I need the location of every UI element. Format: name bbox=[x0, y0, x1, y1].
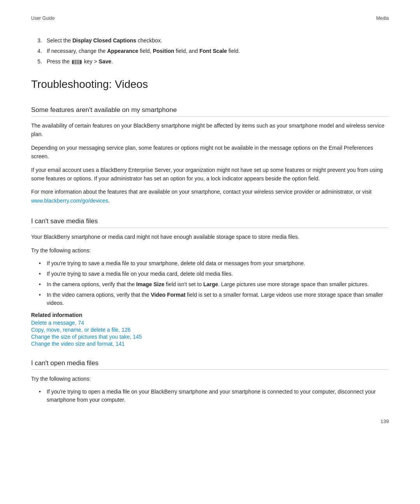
related-link-4: Change the video size and format, 141 bbox=[31, 341, 389, 347]
step-5-content: Press the key > Save. bbox=[47, 58, 389, 66]
step-3: 3. Select the Display Closed Captions ch… bbox=[31, 37, 389, 45]
related-links-list: Delete a message, 74 Copy, move, rename,… bbox=[31, 320, 389, 347]
subsection1-title: Some features aren't available on my sma… bbox=[31, 106, 389, 117]
bullet-2-4-bold1: Video Format bbox=[151, 292, 186, 298]
key-dot-5 bbox=[76, 62, 78, 64]
key-dot-6 bbox=[78, 62, 80, 64]
bullet-2-1: If you're trying to save a media file to… bbox=[39, 259, 389, 268]
bullet-3-1: If you're trying to open a media file on… bbox=[39, 388, 389, 404]
step-4: 4. If necessary, change the Appearance f… bbox=[31, 47, 389, 55]
subsection1-para4-text: For more information about the features … bbox=[31, 189, 371, 195]
key-icon-inner bbox=[74, 60, 80, 64]
subsection1-para4: For more information about the features … bbox=[31, 187, 389, 205]
numbered-steps-list: 3. Select the Display Closed Captions ch… bbox=[31, 37, 389, 66]
bullet-2-4: In the video camera options, verify that… bbox=[39, 291, 389, 307]
header-left: User Guide bbox=[31, 16, 55, 21]
related-info-label: Related information bbox=[31, 312, 389, 318]
key-dot-1 bbox=[74, 60, 75, 62]
related-link-1-anchor[interactable]: Delete a message, 74 bbox=[31, 320, 84, 326]
subsection1-para1: The availability of certain features on … bbox=[31, 121, 389, 139]
subsection1-para3: If your email account uses a BlackBerry … bbox=[31, 166, 389, 183]
related-link-3-anchor[interactable]: Change the size of pictures that you tak… bbox=[31, 334, 142, 340]
subsection3-try-label: Try the following actions: bbox=[31, 374, 389, 383]
related-link-2-anchor[interactable]: Copy, move, rename, or delete a file, 12… bbox=[31, 327, 131, 333]
step-4-num: 4. bbox=[31, 47, 47, 55]
related-link-3: Change the size of pictures that you tak… bbox=[31, 334, 389, 340]
step-4-bold1: Appearance bbox=[107, 48, 138, 54]
bullet-2-3-bold2: Large bbox=[203, 281, 218, 287]
step-3-num: 3. bbox=[31, 37, 47, 45]
step-3-bold: Display Closed Captions bbox=[72, 37, 136, 44]
step-5: 5. Press the key > Save. bbox=[31, 58, 389, 66]
subsection2-title: I can't save media files bbox=[31, 217, 389, 228]
key-dot-4 bbox=[74, 62, 75, 64]
bullet-2-3: In the camera options, verify that the I… bbox=[39, 280, 389, 289]
related-link-2: Copy, move, rename, or delete a file, 12… bbox=[31, 327, 389, 333]
subsection2-bullets: If you're trying to save a media file to… bbox=[39, 259, 389, 307]
subsection3-bullets: If you're trying to open a media file on… bbox=[39, 388, 389, 404]
subsection2-try-label: Try the following actions: bbox=[31, 246, 389, 255]
bullet-2-3-bold1: Image Size bbox=[136, 281, 164, 287]
bullet-2-2: If you're trying to save a media file on… bbox=[39, 270, 389, 278]
related-link-4-anchor[interactable]: Change the video size and format, 141 bbox=[31, 341, 125, 347]
header-right: Media bbox=[376, 16, 389, 21]
step-3-content: Select the Display Closed Captions check… bbox=[47, 37, 389, 45]
blackberry-link[interactable]: www.blackberry.com/go/devices bbox=[31, 198, 108, 204]
page-number: 139 bbox=[380, 418, 389, 424]
step-4-bold3: Font Scale bbox=[200, 48, 227, 54]
step-5-num: 5. bbox=[31, 58, 47, 66]
section-title: Troubleshooting: Videos bbox=[31, 78, 389, 94]
subsection1-para2: Depending on your messaging service plan… bbox=[31, 144, 389, 161]
step-4-content: If necessary, change the Appearance fiel… bbox=[47, 47, 389, 55]
key-icon bbox=[72, 60, 82, 64]
subsection2-intro: Your BlackBerry smartphone or media card… bbox=[31, 233, 389, 241]
step-5-bold-save: Save bbox=[99, 58, 112, 65]
step-4-bold2: Position bbox=[153, 48, 174, 54]
key-dot-2 bbox=[76, 60, 78, 62]
related-link-1: Delete a message, 74 bbox=[31, 320, 389, 326]
subsection1-para4-suffix: . bbox=[108, 198, 110, 204]
subsection3-title: I can't open media files bbox=[31, 359, 389, 370]
key-dot-3 bbox=[78, 60, 80, 62]
